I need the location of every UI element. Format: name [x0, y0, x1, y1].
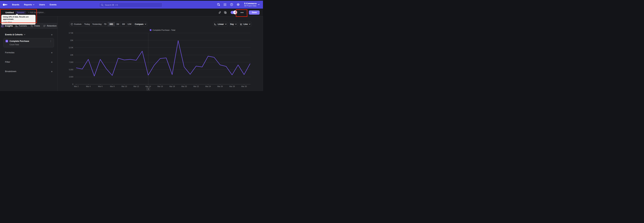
add-event-button[interactable]: +	[51, 33, 53, 36]
tab-label: Flows	[34, 25, 40, 27]
add-formula-button[interactable]: +	[51, 51, 53, 54]
svg-text:Mar 4: Mar 4	[86, 85, 90, 87]
svg-text:Mar 22: Mar 22	[193, 85, 199, 87]
nav-right-group: ? E-Commerce All Project Data	[217, 3, 260, 7]
add-description-field[interactable]: + Add description...	[28, 11, 45, 14]
svg-text:12.5K: 12.5K	[69, 47, 73, 49]
search-input[interactable]: Search ⌘ + K	[99, 3, 162, 8]
top-nav: Boards Reports Users Events Search ⌘ + K…	[0, 1, 263, 9]
tooltip-message: Using 10% of data. Results are approxima…	[3, 16, 34, 20]
line-chart[interactable]: Mar 2Mar 4Mar 6Mar 8Mar 10Mar 12Mar 14Ma…	[58, 17, 263, 91]
sampled-badge[interactable]: Sampled	[16, 11, 26, 14]
window-top-edge	[0, 0, 263, 1]
event-name[interactable]: Complete Purchase	[10, 40, 29, 42]
project-name: E-Commerce	[244, 3, 256, 5]
events-cohorts-toggle[interactable]: Events & Cohorts	[5, 33, 25, 36]
mixpanel-logo-icon[interactable]	[3, 3, 8, 6]
svg-text:0: 0	[72, 83, 73, 85]
toggle-knob	[233, 11, 237, 14]
add-filter-button[interactable]: +	[51, 61, 53, 64]
help-icon[interactable]: ?	[230, 3, 233, 6]
sampling-toggle[interactable]	[230, 11, 237, 14]
section-label: Formulas	[5, 51, 14, 54]
search-icon	[101, 4, 104, 6]
nav-item-events[interactable]: Events	[50, 4, 56, 6]
duplicate-icon[interactable]	[224, 11, 227, 14]
svg-text:Mar 6: Mar 6	[98, 85, 102, 87]
search-placeholder: Search ⌘ + K	[105, 4, 118, 6]
tooltip-caret	[16, 14, 18, 15]
svg-text:Mar 30: Mar 30	[241, 85, 247, 87]
report-title[interactable]: Untitled	[5, 11, 14, 14]
svg-text:Mar 16: Mar 16	[158, 85, 163, 87]
chevron-down-icon	[258, 4, 260, 5]
section-label: Breakdown	[5, 70, 16, 73]
svg-text:Mar 8: Mar 8	[110, 85, 114, 87]
insights-icon	[1, 25, 4, 27]
svg-text:Mar 12: Mar 12	[134, 85, 139, 87]
event-menu-icon[interactable]: ⋮	[50, 40, 52, 42]
tab-label: Insights	[5, 25, 13, 27]
section-label: Events & Cohorts	[5, 33, 23, 36]
svg-text:15K: 15K	[70, 39, 73, 41]
chart-panel: CustomTodayYesterday7D30D3M6M12M Compare…	[58, 17, 263, 91]
apps-grid-icon[interactable]	[224, 3, 226, 6]
section-filter: Filter +	[5, 60, 53, 64]
svg-text:Mar 2: Mar 2	[74, 85, 79, 87]
nav-item-reports[interactable]: Reports	[24, 4, 34, 6]
data-management-icon[interactable]	[217, 3, 220, 6]
section-label: Filter	[5, 61, 10, 63]
project-switcher[interactable]: E-Commerce All Project Data	[244, 3, 260, 7]
chart-annotation-marker[interactable]: 1	[146, 87, 150, 90]
sampling-tooltip: Using 10% of data. Results are approxima…	[1, 15, 36, 25]
svg-text:7,500: 7,500	[69, 61, 73, 63]
report-header-bar: Untitled Sampled + Add description... ••…	[0, 9, 263, 17]
query-builder-sidebar: Insights Funnels Flows Retention Events …	[0, 17, 58, 91]
tab-retention[interactable]: Retention	[42, 23, 58, 29]
svg-text:Mar 10: Mar 10	[122, 85, 127, 87]
nav-item-label: Events	[50, 4, 56, 6]
tab-label: Retention	[47, 25, 57, 27]
nav-item-label: Users	[39, 4, 45, 6]
svg-text:?: ?	[231, 4, 232, 6]
events-cohorts-header: Events & Cohorts +	[5, 33, 53, 36]
retention-icon	[43, 25, 46, 27]
lightning-icon	[234, 11, 236, 14]
event-row: A Complete Purchase ⋮	[4, 38, 54, 42]
mixpanel-app: Boards Reports Users Events Search ⌘ + K…	[0, 0, 263, 91]
project-scope: All Project Data	[244, 5, 256, 7]
svg-text:5,000: 5,000	[69, 69, 73, 71]
learn-more-link[interactable]: Learn More	[3, 21, 12, 23]
flows-icon	[30, 25, 33, 27]
svg-text:10K: 10K	[70, 54, 73, 56]
nav-item-boards[interactable]: Boards	[12, 4, 19, 6]
header-actions: ••• Save	[218, 11, 260, 15]
svg-text:Mar 24: Mar 24	[206, 85, 211, 87]
funnels-icon	[15, 25, 18, 27]
event-metric[interactable]: Count Total	[4, 42, 54, 46]
svg-text:Mar 26: Mar 26	[217, 85, 223, 87]
tab-label: Funnels	[19, 25, 27, 27]
svg-text:Mar 20: Mar 20	[182, 85, 187, 87]
event-letter-badge: A	[6, 40, 8, 42]
event-card[interactable]: A Complete Purchase ⋮ Count Total	[3, 38, 54, 47]
share-link-icon[interactable]	[218, 11, 221, 14]
svg-text:Mar 18: Mar 18	[170, 85, 175, 87]
chevron-down-icon	[24, 34, 25, 35]
svg-text:Mar 28: Mar 28	[229, 85, 235, 87]
nav-item-label: Boards	[12, 4, 19, 6]
settings-gear-icon[interactable]	[237, 3, 240, 6]
section-formulas: Formulas +	[5, 51, 53, 54]
nav-item-users[interactable]: Users	[39, 4, 45, 6]
add-breakdown-button[interactable]: +	[51, 70, 53, 73]
save-button[interactable]: Save	[249, 11, 260, 15]
nav-item-label: Reports	[24, 4, 32, 6]
svg-text:17.5K: 17.5K	[69, 32, 73, 34]
more-options-icon[interactable]: •••	[240, 11, 244, 14]
chevron-down-icon	[33, 4, 34, 5]
svg-text:2,500: 2,500	[69, 76, 73, 78]
section-breakdown: Breakdown +	[5, 70, 53, 73]
